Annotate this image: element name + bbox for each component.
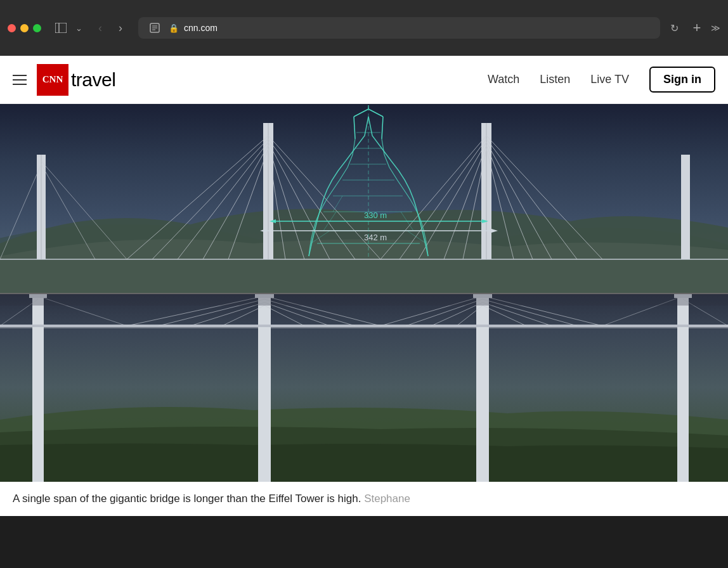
page-content: CNN travel Watch Listen Live TV Sign in bbox=[0, 56, 728, 516]
new-tab-button[interactable]: + bbox=[688, 19, 706, 37]
image-top-half: 330 m 342 m bbox=[0, 104, 728, 293]
sidebar-toggle-button[interactable] bbox=[51, 20, 70, 36]
nav-livetv-link[interactable]: Live TV bbox=[590, 73, 629, 86]
svg-text:330 m: 330 m bbox=[364, 210, 387, 220]
divider-line bbox=[0, 293, 728, 294]
svg-line-44 bbox=[368, 109, 383, 117]
minimize-button[interactable] bbox=[20, 24, 29, 32]
address-bar[interactable]: 🔒 cnn.com bbox=[138, 17, 660, 39]
browser-titlebar: ⌄ ‹ › 🔒 cnn.com ↻ + ≫ bbox=[0, 0, 728, 56]
svg-line-85 bbox=[222, 306, 264, 326]
traffic-lights bbox=[8, 24, 41, 32]
svg-rect-68 bbox=[0, 325, 728, 327]
scene-bottom-svg bbox=[0, 293, 728, 482]
svg-line-56 bbox=[333, 196, 342, 212]
hamburger-line bbox=[13, 84, 27, 85]
sign-in-button[interactable]: Sign in bbox=[649, 67, 715, 93]
svg-line-42 bbox=[382, 117, 383, 139]
close-button[interactable] bbox=[8, 24, 16, 32]
caption-credit: Stephane bbox=[364, 493, 410, 505]
extensions-button[interactable]: ≫ bbox=[711, 23, 720, 33]
maximize-button[interactable] bbox=[33, 24, 41, 32]
reader-mode-button[interactable] bbox=[146, 19, 164, 37]
svg-rect-0 bbox=[55, 23, 67, 33]
url-text: cnn.com bbox=[184, 23, 218, 33]
svg-line-97 bbox=[483, 306, 526, 326]
svg-text:342 m: 342 m bbox=[364, 233, 387, 242]
svg-rect-102 bbox=[0, 293, 728, 306]
svg-line-43 bbox=[354, 109, 368, 117]
back-button[interactable]: ‹ bbox=[91, 19, 109, 37]
nav-listen-link[interactable]: Listen bbox=[540, 73, 570, 86]
nav-links: Watch Listen Live TV Sign in bbox=[488, 67, 715, 93]
svg-rect-74 bbox=[258, 327, 271, 482]
caption-text: A single span of the gigantic bridge is … bbox=[13, 493, 361, 505]
cnn-navigation: CNN travel Watch Listen Live TV Sign in bbox=[0, 56, 728, 104]
hamburger-menu-button[interactable] bbox=[13, 75, 27, 85]
cnn-section-label: travel bbox=[71, 69, 115, 91]
sidebar-chevron-icon[interactable]: ⌄ bbox=[75, 23, 82, 33]
nav-watch-link[interactable]: Watch bbox=[488, 73, 519, 86]
forward-button[interactable]: › bbox=[112, 19, 129, 37]
lock-icon: 🔒 bbox=[169, 23, 179, 33]
image-bottom-half bbox=[0, 293, 728, 482]
svg-rect-17 bbox=[681, 155, 690, 259]
hamburger-line bbox=[13, 75, 27, 76]
scene-top-svg: 330 m 342 m bbox=[0, 104, 728, 293]
main-image: 330 m 342 m bbox=[0, 104, 728, 482]
svg-line-84 bbox=[190, 302, 264, 326]
browser-chrome: ⌄ ‹ › 🔒 cnn.com ↻ + ≫ bbox=[0, 0, 728, 56]
svg-line-96 bbox=[483, 302, 552, 326]
reload-button[interactable]: ↻ bbox=[665, 19, 683, 37]
cnn-logo[interactable]: CNN bbox=[37, 64, 68, 96]
svg-rect-80 bbox=[677, 327, 689, 482]
svg-rect-71 bbox=[32, 327, 44, 482]
svg-rect-77 bbox=[476, 327, 489, 482]
browser-nav: ‹ › bbox=[91, 19, 129, 37]
svg-line-41 bbox=[354, 117, 355, 139]
hamburger-line bbox=[13, 79, 27, 81]
image-caption: A single span of the gigantic bridge is … bbox=[0, 482, 728, 516]
